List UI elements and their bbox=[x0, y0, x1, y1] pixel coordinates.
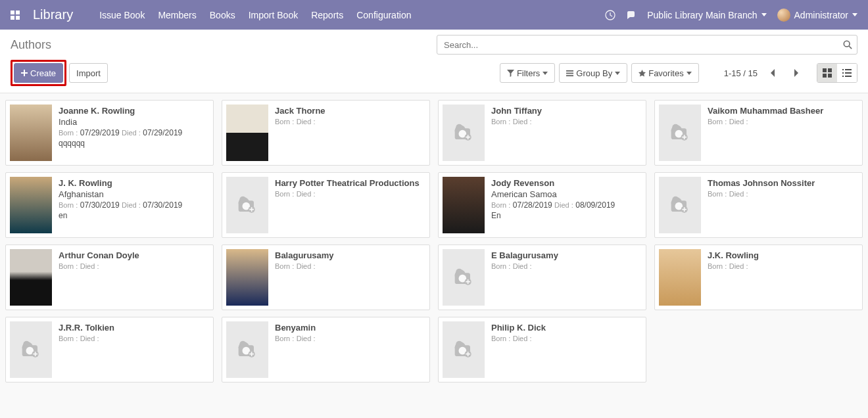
breadcrumb: Authors bbox=[11, 38, 51, 52]
author-card[interactable]: Jack ThorneBorn : Died : bbox=[222, 100, 430, 166]
favorites-button[interactable]: Favorites bbox=[631, 63, 698, 83]
author-dates: Born : 07/29/2019 Died : 07/29/2019 bbox=[59, 128, 209, 137]
author-dates: Born : Died : bbox=[491, 334, 642, 343]
author-dates: Born : Died : bbox=[708, 262, 858, 271]
author-card[interactable]: Joanne K. RowlingIndiaBorn : 07/29/2019 … bbox=[5, 100, 214, 166]
author-card[interactable]: Vaikom Muhammad BasheerBorn : Died : bbox=[654, 100, 863, 166]
menu-members[interactable]: Members bbox=[158, 10, 196, 20]
author-card[interactable]: Harry Potter Theatrical ProductionsBorn … bbox=[222, 172, 430, 238]
died-value: 08/09/2019 bbox=[575, 200, 615, 210]
svg-rect-12 bbox=[823, 74, 827, 78]
menu-books[interactable]: Books bbox=[210, 10, 235, 20]
born-label: Born : bbox=[275, 118, 294, 126]
author-photo bbox=[10, 177, 52, 233]
caret-down-icon bbox=[852, 13, 857, 16]
author-card[interactable]: BenyaminBorn : Died : bbox=[222, 317, 430, 383]
died-label: Died : bbox=[513, 118, 532, 126]
died-value: 07/29/2019 bbox=[143, 128, 182, 137]
pager-prev[interactable] bbox=[764, 64, 781, 81]
author-card[interactable]: BalagurusamyBorn : Died : bbox=[222, 244, 430, 310]
born-label: Born : bbox=[59, 129, 78, 137]
photo-placeholder-icon bbox=[443, 249, 485, 306]
author-card[interactable]: Arthur Conan DoyleBorn : Died : bbox=[5, 244, 214, 310]
menu-issue-book[interactable]: Issue Book bbox=[99, 10, 145, 20]
author-dates: Born : Died : bbox=[275, 117, 425, 126]
author-country: Afghanistan bbox=[59, 189, 209, 199]
author-card[interactable]: J.K. RowlingBorn : Died : bbox=[654, 244, 863, 310]
author-extra: en bbox=[59, 211, 209, 220]
svg-rect-19 bbox=[845, 76, 852, 77]
create-button[interactable]: Create bbox=[14, 63, 63, 83]
died-value: 07/30/2019 bbox=[143, 200, 182, 210]
kanban-view-button[interactable] bbox=[817, 64, 837, 82]
pager-next[interactable] bbox=[788, 64, 805, 81]
groupby-button[interactable]: Group By bbox=[559, 63, 627, 83]
author-country: India bbox=[59, 117, 209, 127]
died-label: Died : bbox=[122, 129, 141, 137]
menu-import-book[interactable]: Import Book bbox=[249, 10, 298, 20]
born-label: Born : bbox=[275, 262, 294, 270]
author-card[interactable]: E BalagurusamyBorn : Died : bbox=[438, 244, 646, 310]
plus-icon bbox=[21, 70, 28, 76]
app-brand[interactable]: Library bbox=[33, 7, 73, 22]
author-name: Balagurusamy bbox=[275, 250, 425, 260]
author-dates: Born : Died : bbox=[708, 189, 858, 198]
apps-icon[interactable] bbox=[11, 11, 20, 20]
filters-label: Filters bbox=[517, 68, 540, 78]
author-photo bbox=[226, 104, 268, 161]
author-card[interactable]: John TiffanyBorn : Died : bbox=[438, 100, 646, 166]
author-dates: Born : Died : bbox=[708, 117, 858, 126]
died-label: Died : bbox=[297, 118, 316, 126]
menu-reports[interactable]: Reports bbox=[311, 10, 343, 20]
author-card[interactable]: J. K. RowlingAfghanistanBorn : 07/30/201… bbox=[5, 172, 214, 238]
author-name: Vaikom Muhammad Basheer bbox=[708, 106, 858, 116]
author-card[interactable]: J.R.R. TolkienBorn : Died : bbox=[5, 317, 214, 383]
user-menu[interactable]: Administrator bbox=[777, 9, 857, 22]
filters-button[interactable]: Filters bbox=[500, 63, 555, 83]
activity-icon[interactable] bbox=[605, 10, 615, 20]
author-name: Harry Potter Theatrical Productions bbox=[275, 178, 425, 188]
list-view-button[interactable] bbox=[837, 64, 857, 82]
author-card[interactable]: Jody RevensonAmerican SamoaBorn : 07/28/… bbox=[438, 172, 646, 238]
filter-icon bbox=[507, 70, 514, 77]
author-photo bbox=[10, 104, 52, 161]
pager-value[interactable]: 1-15 / 15 bbox=[724, 68, 758, 78]
died-label: Died : bbox=[80, 262, 99, 270]
author-name: J.R.R. Tolkien bbox=[59, 323, 209, 333]
author-dates: Born : Died : bbox=[275, 262, 425, 271]
import-button[interactable]: Import bbox=[69, 63, 108, 83]
svg-rect-8 bbox=[566, 72, 573, 74]
caret-down-icon bbox=[615, 72, 620, 75]
svg-rect-9 bbox=[566, 75, 573, 76]
svg-point-5 bbox=[844, 41, 850, 47]
branch-dropdown[interactable]: Public Library Main Branch bbox=[647, 10, 766, 20]
author-name: Jody Revenson bbox=[491, 178, 642, 188]
photo-placeholder-icon bbox=[659, 177, 701, 233]
born-value: 07/29/2019 bbox=[80, 128, 120, 137]
born-label: Born : bbox=[708, 118, 727, 126]
svg-rect-13 bbox=[828, 74, 832, 78]
control-panel: Authors Create Import Filters bbox=[0, 30, 868, 93]
born-label: Born : bbox=[491, 262, 510, 270]
author-photo bbox=[659, 249, 701, 306]
author-dates: Born : Died : bbox=[275, 189, 425, 198]
menu-configuration[interactable]: Configuration bbox=[356, 10, 411, 20]
author-name: Philip K. Dick bbox=[491, 323, 642, 333]
born-label: Born : bbox=[59, 201, 78, 209]
born-value: 07/30/2019 bbox=[80, 200, 120, 210]
author-card[interactable]: Philip K. DickBorn : Died : bbox=[438, 317, 646, 383]
author-photo bbox=[443, 177, 485, 233]
svg-rect-15 bbox=[845, 69, 852, 70]
messaging-icon[interactable] bbox=[626, 10, 637, 20]
author-dates: Born : Died : bbox=[491, 262, 642, 271]
search-input[interactable] bbox=[437, 35, 857, 55]
branch-label: Public Library Main Branch bbox=[647, 10, 757, 20]
groupby-label: Group By bbox=[576, 68, 612, 78]
died-label: Died : bbox=[513, 262, 532, 270]
author-card[interactable]: Thomas Johnson NossiterBorn : Died : bbox=[654, 172, 863, 238]
died-label: Died : bbox=[122, 201, 141, 209]
search-icon[interactable] bbox=[843, 40, 852, 49]
author-photo bbox=[226, 249, 268, 306]
born-label: Born : bbox=[59, 262, 78, 270]
svg-rect-17 bbox=[845, 72, 852, 74]
